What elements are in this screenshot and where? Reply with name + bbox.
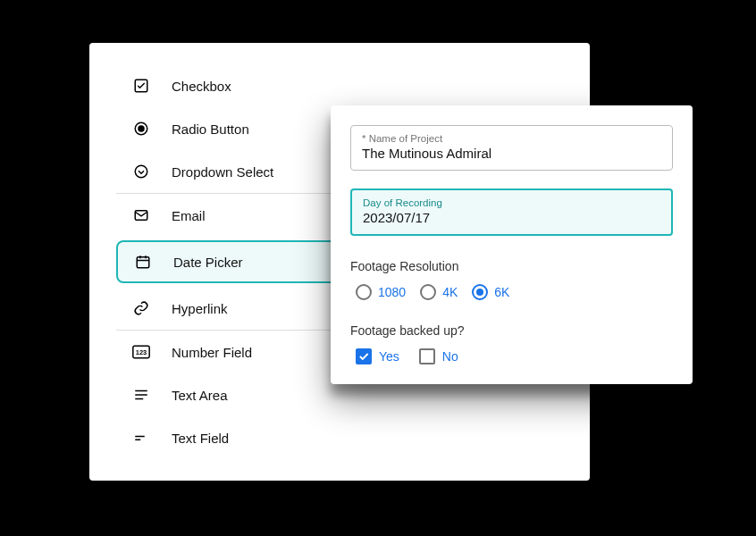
- resolution-label: Footage Resolution: [350, 259, 673, 273]
- checkbox-label: Yes: [379, 349, 399, 364]
- option-label: Email: [172, 208, 206, 223]
- calendar-icon: [134, 253, 152, 271]
- checkbox-square-icon: [356, 348, 372, 364]
- option-label: Hyperlink: [172, 301, 228, 316]
- radio-6k[interactable]: 6K: [472, 284, 509, 300]
- option-label: Date Picker: [173, 255, 243, 270]
- field-label: * Name of Project: [362, 133, 661, 144]
- form-preview: * Name of Project The Mutinous Admiral D…: [331, 105, 693, 384]
- checkbox-label: No: [442, 349, 458, 364]
- svg-rect-5: [137, 257, 149, 268]
- option-label: Checkbox: [172, 79, 231, 94]
- field-value: The Mutinous Admiral: [362, 146, 661, 161]
- email-icon: [132, 206, 150, 224]
- option-label: Radio Button: [172, 121, 249, 137]
- option-checkbox[interactable]: Checkbox: [89, 64, 590, 107]
- recording-day-field[interactable]: Day of Recording 2023/07/17: [350, 188, 673, 236]
- radio-circle-icon: [420, 284, 436, 300]
- checkbox-square-icon: [419, 348, 435, 364]
- radio-1080[interactable]: 1080: [356, 284, 406, 300]
- resolution-radio-group: 1080 4K 6K: [350, 284, 673, 300]
- checkbox-icon: [132, 77, 150, 95]
- option-label: Text Field: [172, 431, 229, 446]
- project-name-field[interactable]: * Name of Project The Mutinous Admiral: [350, 125, 673, 171]
- checkbox-yes[interactable]: Yes: [356, 348, 399, 364]
- link-icon: [132, 299, 150, 317]
- svg-point-3: [135, 165, 147, 178]
- radio-4k[interactable]: 4K: [420, 284, 458, 300]
- backup-checkbox-group: Yes No: [350, 348, 673, 364]
- backup-label: Footage backed up?: [350, 323, 673, 338]
- radio-icon: [132, 120, 150, 138]
- field-label: Day of Recording: [363, 197, 660, 208]
- field-value: 2023/07/17: [363, 210, 660, 225]
- svg-text:123: 123: [136, 348, 147, 356]
- textfield-icon: [132, 429, 150, 447]
- option-label: Dropdown Select: [172, 164, 273, 180]
- textarea-icon: [132, 386, 150, 404]
- radio-label: 1080: [378, 285, 406, 299]
- radio-label: 4K: [442, 285, 458, 299]
- checkbox-no[interactable]: No: [419, 348, 458, 364]
- dropdown-icon: [132, 163, 150, 180]
- radio-circle-icon: [356, 284, 372, 300]
- option-label: Number Field: [172, 345, 252, 360]
- radio-circle-icon: [472, 284, 488, 300]
- radio-label: 6K: [494, 285, 509, 299]
- number-icon: 123: [132, 343, 150, 361]
- svg-point-2: [139, 126, 144, 131]
- option-textfield[interactable]: Text Field: [89, 416, 590, 459]
- option-label: Text Area: [172, 388, 228, 403]
